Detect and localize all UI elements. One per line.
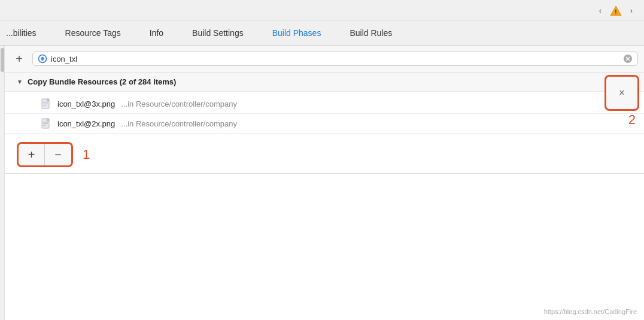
remove-phase-button[interactable]: × [604, 75, 639, 111]
annotation-2: 2 [628, 112, 636, 128]
svg-text:!: ! [615, 8, 616, 15]
svg-rect-9 [47, 99, 49, 101]
search-input[interactable] [51, 55, 619, 64]
search-input-wrapper [32, 52, 638, 66]
add-remove-group: + − [17, 142, 73, 167]
file-icon [41, 118, 51, 129]
search-bar: + [5, 46, 644, 73]
phase-header: ▼ Copy Bundle Resources (2 of 284 items)… [5, 73, 644, 92]
close-icon: × [619, 88, 624, 98]
tab-build-phases[interactable]: Build Phases [258, 20, 336, 45]
file-list: icon_txl@3x.png ...in Resource/controlle… [5, 92, 644, 136]
phase-title: Copy Bundle Resources (2 of 284 items) [28, 77, 596, 86]
file-name: icon_txl@2x.png [57, 119, 115, 128]
tab-resource-tags[interactable]: Resource Tags [51, 20, 135, 45]
filter-icon [38, 54, 47, 64]
left-scrollbar [0, 46, 5, 320]
remove-file-button[interactable]: − [45, 144, 71, 165]
svg-rect-14 [47, 119, 49, 121]
file-path: ...in Resource/controller/company [121, 99, 237, 108]
tab-build-settings[interactable]: Build Settings [178, 20, 258, 45]
top-bar: ‹ ! › [0, 0, 644, 20]
next-arrow[interactable]: › [625, 4, 638, 17]
file-path: ...in Resource/controller/company [121, 119, 237, 128]
prev-arrow[interactable]: ‹ [594, 4, 607, 17]
tab-info[interactable]: Info [135, 20, 178, 45]
tab-build-rules[interactable]: Build Rules [335, 20, 406, 45]
collapse-icon[interactable]: ▼ [17, 79, 23, 85]
tab-capabilities[interactable]: ...bilities [0, 20, 51, 45]
scrollbar-thumb [1, 48, 4, 72]
warning-icon: ! [609, 4, 622, 17]
file-item[interactable]: icon_txl@3x.png ...in Resource/controlle… [5, 94, 644, 114]
add-phase-button[interactable]: + [11, 50, 28, 67]
bottom-toolbar: + − 1 [5, 136, 644, 173]
file-name: icon_txl@3x.png [57, 99, 115, 108]
file-icon [41, 98, 51, 109]
phase-section: ▼ Copy Bundle Resources (2 of 284 items)… [5, 73, 644, 174]
tabs-bar: ...bilities Resource Tags Info Build Set… [0, 20, 644, 46]
watermark: https://blog.csdn.net/CodingFire [544, 308, 637, 315]
file-item[interactable]: icon_txl@2x.png ...in Resource/controlle… [5, 114, 644, 134]
add-file-button[interactable]: + [19, 144, 45, 165]
nav-icons: ‹ ! › [594, 4, 638, 17]
clear-search-button[interactable] [623, 54, 633, 64]
content-area: + [0, 46, 644, 320]
annotation-1: 1 [83, 147, 90, 162]
